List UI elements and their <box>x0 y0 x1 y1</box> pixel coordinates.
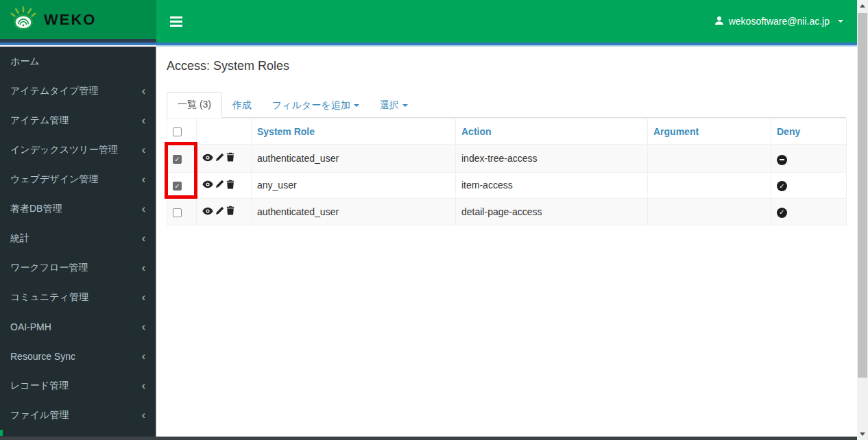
user-icon <box>714 16 724 27</box>
sidebar-item-item-type-mgmt[interactable]: アイテムタイプ管理‹ <box>0 76 156 106</box>
sidebar-item-community-mgmt[interactable]: コミュニティ管理‹ <box>0 282 156 312</box>
bottom-edge-bar <box>0 437 857 440</box>
column-header[interactable]: System Role <box>252 119 456 145</box>
check-circle-icon: ✓ <box>777 208 787 218</box>
row-checkbox-cell: ✓ <box>167 172 197 199</box>
sidebar-item-label: ファイル管理 <box>10 409 69 421</box>
pencil-icon <box>215 153 224 164</box>
user-email: wekosoftware@nii.ac.jp <box>729 16 830 27</box>
select-all-header-cell <box>167 119 197 145</box>
actions-header-cell <box>197 119 252 145</box>
chevron-left-icon: ‹ <box>142 145 145 156</box>
sidebar-item-label: ワークフロー管理 <box>10 262 88 274</box>
tab-add-filter[interactable]: フィルターを追加 <box>262 93 370 118</box>
sidebar-item-statistics[interactable]: 統計‹ <box>0 223 156 253</box>
user-menu[interactable]: wekosoftware@nii.ac.jp <box>710 0 847 42</box>
chevron-left-icon: ‹ <box>142 204 145 215</box>
sidebar-item-workflow-mgmt[interactable]: ワークフロー管理‹ <box>0 253 156 282</box>
chevron-left-icon: ‹ <box>142 410 145 421</box>
edit-button[interactable] <box>215 206 224 217</box>
column-header[interactable]: Action <box>456 119 648 145</box>
edit-button[interactable] <box>215 180 224 191</box>
chevron-left-icon: ‹ <box>142 321 145 332</box>
row-checkbox-cell <box>167 199 197 225</box>
chevron-left-icon: ‹ <box>142 86 145 97</box>
sidebar-item-label: 統計 <box>10 232 29 245</box>
deny-cell: ✓ <box>771 199 847 225</box>
view-button[interactable] <box>202 153 213 164</box>
delete-button[interactable] <box>226 206 234 217</box>
active-item-indicator <box>0 430 3 436</box>
deny-cell <box>771 145 847 173</box>
sidebar-item-home[interactable]: ホーム <box>0 47 156 76</box>
check-circle-icon: ✓ <box>777 181 787 191</box>
top-navbar: wekosoftware@nii.ac.jp <box>156 0 857 42</box>
scroll-down-button[interactable] <box>857 428 868 440</box>
sidebar-nav: ホームアイテムタイプ管理‹アイテム管理‹インデックスツリー管理‹ウェブデザイン管… <box>0 47 156 437</box>
sidebar-item-label: ウェブデザイン管理 <box>10 173 98 186</box>
tab-create[interactable]: 作成 <box>222 93 262 118</box>
row-checkbox[interactable]: ✓ <box>173 182 182 191</box>
sidebar-item-label: 著者DB管理 <box>10 203 62 215</box>
edit-button[interactable] <box>215 153 224 164</box>
table-row: authenticated_userdetail-page-access✓ <box>167 199 847 225</box>
caret-down-icon <box>838 20 843 23</box>
trash-icon <box>226 152 234 164</box>
sidebar-item-label: Resource Sync <box>10 351 75 362</box>
weko-logo-icon <box>10 6 37 34</box>
vertical-scrollbar[interactable] <box>857 0 868 440</box>
sidebar-item-web-design-mgmt[interactable]: ウェブデザイン管理‹ <box>0 164 156 194</box>
row-checkbox[interactable] <box>173 208 182 217</box>
argument-cell <box>648 199 771 225</box>
select-all-checkbox[interactable] <box>173 127 182 136</box>
row-checkbox[interactable]: ✓ <box>173 155 182 164</box>
argument-cell <box>648 145 771 173</box>
sidebar-item-record-mgmt[interactable]: レコード管理‹ <box>0 371 156 400</box>
sidebar-item-resource-sync[interactable]: Resource Sync‹ <box>0 341 156 371</box>
scroll-up-button[interactable] <box>857 0 868 12</box>
delete-button[interactable] <box>226 180 234 191</box>
eye-icon <box>202 153 213 164</box>
action-cell: item-access <box>456 172 648 199</box>
chevron-left-icon: ‹ <box>142 351 145 362</box>
tab-label: 作成 <box>232 99 252 110</box>
trash-icon <box>226 206 234 217</box>
row-checkbox-cell: ✓ <box>167 145 197 173</box>
caret-down-icon <box>354 104 359 107</box>
chevron-left-icon: ‹ <box>142 380 145 391</box>
brand-logo[interactable]: WEKO <box>0 0 156 39</box>
pencil-icon <box>215 180 224 191</box>
sidebar-item-label: ホーム <box>10 56 40 68</box>
sidebar-item-label: インデックスツリー管理 <box>10 144 118 156</box>
minus-circle-icon <box>777 155 787 165</box>
eye-icon <box>202 180 213 191</box>
page-title: Access: System Roles <box>167 59 847 73</box>
sidebar-item-oai-pmh[interactable]: OAI-PMH‹ <box>0 312 156 341</box>
view-button[interactable] <box>202 180 213 191</box>
tab-list[interactable]: 一覧 (3) <box>167 92 222 118</box>
chevron-left-icon: ‹ <box>142 233 145 244</box>
caret-down-icon <box>402 104 408 107</box>
view-button[interactable] <box>202 206 213 217</box>
sidebar-item-item-mgmt[interactable]: アイテム管理‹ <box>0 106 156 135</box>
column-header[interactable]: Argument <box>648 119 771 145</box>
brand-name: WEKO <box>44 11 96 29</box>
column-header[interactable]: Deny <box>771 119 847 145</box>
sidebar-item-index-tree-mgmt[interactable]: インデックスツリー管理‹ <box>0 135 156 164</box>
delete-button[interactable] <box>226 152 234 164</box>
triangle-down-icon <box>860 432 865 436</box>
sidebar-item-file-mgmt[interactable]: ファイル管理‹ <box>0 400 156 430</box>
scrollbar-thumb[interactable] <box>858 13 867 378</box>
row-actions-cell <box>197 172 252 199</box>
sidebar-toggle-button[interactable] <box>165 14 188 30</box>
chevron-left-icon: ‹ <box>142 262 145 273</box>
row-actions-cell <box>197 145 252 173</box>
sidebar-item-author-db-mgmt[interactable]: 著者DB管理‹ <box>0 194 156 223</box>
system-role-cell: authenticated_user <box>252 199 456 225</box>
table-row: ✓authenticated_userindex-tree-access <box>167 145 847 173</box>
system-role-cell: authenticated_user <box>252 145 456 173</box>
system-roles-table: System RoleActionArgumentDeny ✓authentic… <box>167 118 847 225</box>
tab-select[interactable]: 選択 <box>370 93 418 118</box>
tab-bar: 一覧 (3)作成フィルターを追加選択 <box>167 92 846 118</box>
argument-cell <box>648 172 771 199</box>
